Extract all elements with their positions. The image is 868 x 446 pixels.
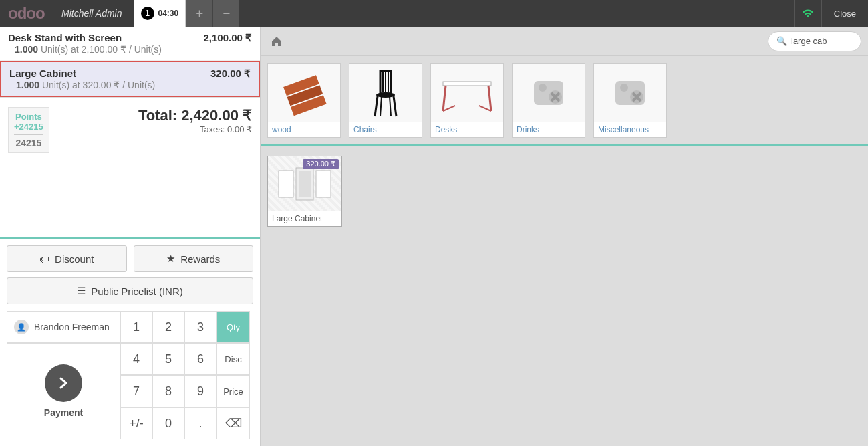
order-tabs: 1 04:30 + − xyxy=(134,0,240,27)
svg-rect-30 xyxy=(299,171,311,197)
category-list: woodChairsDesksDrinksMiscellaneous xyxy=(261,56,868,146)
svg-line-8 xyxy=(375,96,378,116)
category-image xyxy=(349,64,422,122)
orderline-price: 2,100.00 ₹ xyxy=(203,32,252,44)
svg-line-10 xyxy=(380,96,382,116)
numkey-4[interactable]: 4 xyxy=(120,343,152,375)
category-label: Desks xyxy=(431,122,503,137)
numpad: 123Qty456Disc789Price+/-0.⌫ xyxy=(120,311,253,439)
discount-button[interactable]: 🏷 Discount xyxy=(7,245,127,272)
category-label: Miscellaneous xyxy=(594,122,666,137)
orderline-detail: 1.000 Unit(s) at 2,100.00 ₹ / Unit(s) xyxy=(8,44,252,55)
backspace-key[interactable]: ⌫ xyxy=(216,407,250,439)
orderlines: Desk Stand with Screen2,100.00 ₹1.000 Un… xyxy=(0,27,260,97)
svg-line-9 xyxy=(394,96,396,116)
tag-icon: 🏷 xyxy=(39,253,49,265)
svg-line-15 xyxy=(443,106,455,111)
numkey-0[interactable]: 0 xyxy=(152,407,184,439)
category-label: Chairs xyxy=(349,122,422,137)
home-button[interactable] xyxy=(267,32,286,51)
numkey-8[interactable]: 8 xyxy=(152,375,184,407)
search-icon: 🔍 xyxy=(776,36,787,46)
mode-disc-key[interactable]: Disc xyxy=(216,343,250,375)
numkey-7[interactable]: 7 xyxy=(120,375,152,407)
search-input[interactable] xyxy=(791,36,853,46)
svg-rect-27 xyxy=(279,171,293,197)
numkey-.[interactable]: . xyxy=(184,407,216,439)
logo-text: odoo xyxy=(8,4,45,23)
add-order-button[interactable]: + xyxy=(186,0,212,27)
order-total: Total: 2,420.00 ₹ xyxy=(138,107,252,124)
pricelist-button[interactable]: ☰ Public Pricelist (INR) xyxy=(7,277,253,304)
mode-price-key[interactable]: Price xyxy=(216,375,250,407)
svg-rect-29 xyxy=(316,171,331,197)
order-taxes: Taxes: 0.00 ₹ xyxy=(138,124,252,134)
topbar: odoo Mitchell Admin 1 04:30 + − Close xyxy=(0,0,868,27)
svg-line-11 xyxy=(390,96,391,116)
product-item[interactable]: 320.00 ₹Large Cabinet xyxy=(267,156,342,227)
orderline[interactable]: Desk Stand with Screen2,100.00 ₹1.000 Un… xyxy=(0,27,260,61)
category-chairs[interactable]: Chairs xyxy=(349,63,422,138)
remove-order-button[interactable]: − xyxy=(212,0,239,27)
logo: odoo xyxy=(8,4,61,23)
product-label: Large Cabinet xyxy=(268,211,341,226)
points-label: Points xyxy=(14,112,43,122)
svg-line-14 xyxy=(488,86,491,111)
numkey-2[interactable]: 2 xyxy=(152,311,184,343)
category-image xyxy=(513,64,585,122)
numkey-9[interactable]: 9 xyxy=(184,375,216,407)
orderline-price: 320.00 ₹ xyxy=(210,68,251,80)
payment-label: Payment xyxy=(44,407,83,418)
home-icon xyxy=(270,35,283,48)
order-time: 04:30 xyxy=(158,9,179,18)
user-icon: 👤 xyxy=(14,320,29,334)
category-wood[interactable]: wood xyxy=(267,63,341,138)
category-drinks[interactable]: Drinks xyxy=(512,63,585,138)
mode-qty-key[interactable]: Qty xyxy=(216,311,250,343)
svg-rect-12 xyxy=(443,82,491,86)
points-total: 24215 xyxy=(14,138,43,148)
order-summary: Points +24215 24215 Total: 2,420.00 ₹ Ta… xyxy=(0,97,260,162)
chevron-right-icon xyxy=(45,364,82,402)
category-label: wood xyxy=(268,122,340,137)
orderline-detail: 1.000 Unit(s) at 320.00 ₹ / Unit(s) xyxy=(9,80,251,90)
product-list: 320.00 ₹Large Cabinet xyxy=(261,146,868,236)
left-panel: Desk Stand with Screen2,100.00 ₹1.000 Un… xyxy=(0,27,261,446)
wifi-icon xyxy=(794,0,821,27)
close-button[interactable]: Close xyxy=(821,0,868,27)
category-miscellaneous[interactable]: Miscellaneous xyxy=(593,63,667,138)
orderline-name: Desk Stand with Screen xyxy=(8,32,122,44)
customer-name: Brandon Freeman xyxy=(34,322,110,332)
right-panel: 🔍 woodChairsDesksDrinksMiscellaneous 320… xyxy=(261,27,868,446)
category-label: Drinks xyxy=(513,122,585,137)
search-box: 🔍 xyxy=(768,31,861,51)
order-seq-badge: 1 xyxy=(141,7,154,20)
username[interactable]: Mitchell Admin xyxy=(61,8,122,19)
numkey-1[interactable]: 1 xyxy=(120,311,152,343)
svg-point-7 xyxy=(376,92,395,98)
category-desks[interactable]: Desks xyxy=(430,63,504,138)
svg-point-26 xyxy=(620,84,628,92)
orderline-name: Large Cabinet xyxy=(9,68,76,80)
category-image xyxy=(594,64,666,122)
numkey-6[interactable]: 6 xyxy=(184,343,216,375)
star-icon: ★ xyxy=(166,253,175,265)
svg-line-16 xyxy=(479,106,491,111)
list-icon: ☰ xyxy=(77,285,86,297)
orderline[interactable]: Large Cabinet320.00 ₹1.000 Unit(s) at 32… xyxy=(0,61,260,97)
numkey-3[interactable]: 3 xyxy=(184,311,216,343)
product-price-tag: 320.00 ₹ xyxy=(303,159,339,169)
product-toolbar: 🔍 xyxy=(261,27,868,56)
payment-button[interactable]: Payment xyxy=(7,343,120,439)
svg-point-21 xyxy=(539,84,547,92)
points-add: +24215 xyxy=(14,122,43,132)
rewards-button[interactable]: ★ Rewards xyxy=(134,245,254,272)
category-image xyxy=(268,64,340,122)
numkey-+/-[interactable]: +/- xyxy=(120,407,152,439)
svg-line-13 xyxy=(443,86,446,111)
numkey-5[interactable]: 5 xyxy=(152,343,184,375)
customer-button[interactable]: 👤 Brandon Freeman xyxy=(7,311,120,343)
category-image xyxy=(431,64,503,122)
loyalty-points: Points +24215 24215 xyxy=(8,107,49,153)
order-tab[interactable]: 1 04:30 xyxy=(134,0,186,27)
